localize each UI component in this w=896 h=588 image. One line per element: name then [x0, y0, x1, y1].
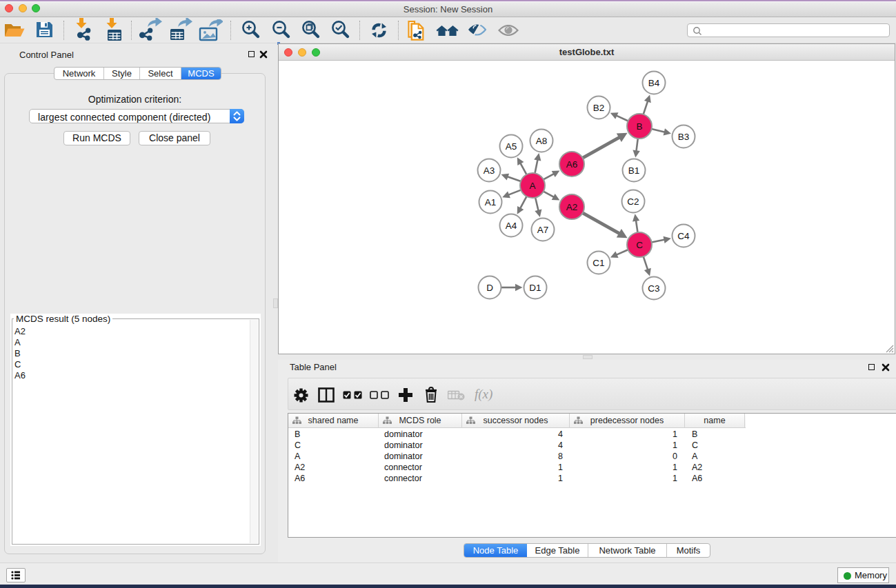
svg-text:B1: B1 [628, 165, 640, 176]
svg-text:C: C [636, 240, 643, 250]
svg-text:A3: A3 [484, 165, 495, 176]
svg-text:A1: A1 [485, 197, 497, 207]
svg-text:B: B [636, 121, 642, 132]
svg-text:A8: A8 [536, 136, 548, 146]
svg-text:A6: A6 [566, 159, 578, 170]
svg-text:B4: B4 [648, 78, 660, 88]
svg-text:B2: B2 [593, 103, 605, 113]
svg-text:A2: A2 [566, 202, 578, 212]
svg-text:D1: D1 [529, 283, 541, 293]
svg-text:C2: C2 [627, 196, 639, 207]
svg-text:A4: A4 [506, 221, 517, 231]
svg-text:A: A [529, 181, 535, 191]
svg-text:B3: B3 [678, 132, 690, 142]
svg-text:D: D [486, 283, 493, 293]
svg-text:C1: C1 [593, 258, 604, 268]
svg-text:C4: C4 [677, 231, 690, 241]
svg-text:A5: A5 [506, 141, 517, 152]
svg-text:A7: A7 [537, 225, 549, 235]
svg-text:C3: C3 [648, 283, 659, 294]
